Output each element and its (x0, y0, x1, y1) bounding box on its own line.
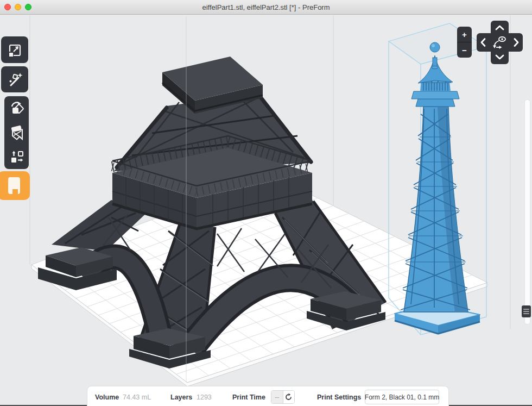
layout-icon (9, 149, 25, 165)
one-click-print-button[interactable] (1, 66, 28, 92)
layers-value: 1293 (197, 393, 212, 401)
menu-lines-icon (523, 309, 529, 310)
print-time-control: -- (271, 390, 295, 404)
tool-group (4, 96, 29, 169)
material-button-active[interactable] (0, 171, 30, 200)
supports-icon (9, 124, 25, 141)
print-settings-button[interactable]: Form 2, Black 01, 0.1 mm (365, 390, 439, 404)
menu-lines-icon (523, 311, 529, 312)
cartridge-icon (5, 176, 23, 196)
volume-label: Volume (95, 393, 119, 401)
orient-icon (9, 100, 25, 116)
print-status-bar: Volume 74.43 mL Layers 1293 Print Time -… (87, 386, 449, 406)
zoom-in-button[interactable]: + (457, 27, 472, 42)
scale-icon (7, 42, 23, 58)
preform-window: + − (0, 0, 532, 406)
layers-label: Layers (170, 393, 192, 401)
size-tool-button[interactable] (1, 36, 28, 63)
view-navigation-pad[interactable] (476, 20, 523, 65)
volume-value: 74.43 mL (123, 393, 151, 401)
viewport-3d[interactable] (0, 0, 532, 406)
layer-slider-handle[interactable] (522, 305, 531, 317)
print-settings-label: Print Settings (317, 393, 361, 401)
zoom-out-button[interactable]: − (457, 42, 472, 58)
print-time-value: -- (271, 391, 283, 403)
orient-tool-button[interactable] (4, 96, 29, 121)
menu-lines-icon (523, 313, 529, 314)
zoom-control: + − (457, 27, 472, 58)
layout-tool-button[interactable] (4, 145, 29, 169)
titlebar: eiffelPart1.stl, eiffelPart2.stl [*] - P… (0, 0, 532, 15)
window-title: eiffelPart1.stl, eiffelPart2.stl [*] - P… (0, 3, 532, 11)
magic-wand-icon (7, 71, 23, 88)
print-time-refresh-button[interactable] (283, 391, 295, 403)
refresh-icon (284, 393, 293, 401)
layer-slider-track[interactable] (524, 99, 530, 324)
print-time-label: Print Time (232, 393, 265, 401)
supports-tool-button[interactable] (4, 121, 29, 145)
